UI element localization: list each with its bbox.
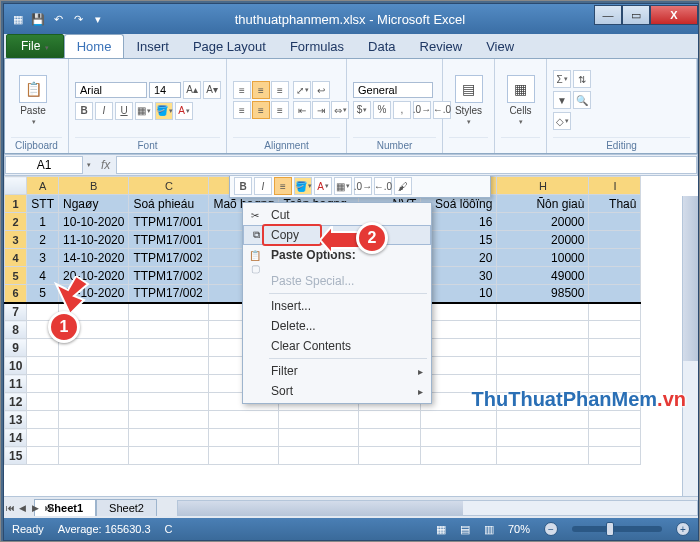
decrease-indent-icon[interactable]: ⇤ xyxy=(293,101,311,119)
column-header-A[interactable]: A xyxy=(27,177,59,195)
column-header-I[interactable]: I xyxy=(589,177,641,195)
grow-font-icon[interactable]: A▴ xyxy=(183,81,201,99)
shrink-font-icon[interactable]: A▾ xyxy=(203,81,221,99)
view-normal-icon[interactable]: ▦ xyxy=(436,523,446,536)
view-tab[interactable]: View xyxy=(474,35,526,58)
cell[interactable]: 20-10-2020 xyxy=(59,267,129,285)
row-header[interactable]: 7 xyxy=(5,303,27,321)
row-header[interactable]: 15 xyxy=(5,447,27,465)
file-tab[interactable]: File ▾ xyxy=(6,34,64,58)
cell[interactable] xyxy=(421,339,497,357)
zoom-in-button[interactable]: + xyxy=(676,522,690,536)
mini-italic-button[interactable]: I xyxy=(254,177,272,195)
cell[interactable] xyxy=(209,411,279,429)
cell[interactable] xyxy=(129,303,209,321)
cell[interactable] xyxy=(209,429,279,447)
comma-icon[interactable]: , xyxy=(393,101,411,119)
row-header[interactable]: 9 xyxy=(5,339,27,357)
cell[interactable]: 16 xyxy=(421,213,497,231)
cell[interactable] xyxy=(59,411,129,429)
close-button[interactable]: X xyxy=(650,5,698,25)
cell[interactable] xyxy=(59,303,129,321)
fill-color-button[interactable]: 🪣▾ xyxy=(155,102,173,120)
cell[interactable] xyxy=(497,321,589,339)
mini-format-painter-icon[interactable]: 🖌 xyxy=(394,177,412,195)
cell[interactable]: 15 xyxy=(421,231,497,249)
cell[interactable]: STT xyxy=(27,195,59,213)
qat-dropdown-icon[interactable]: ▾ xyxy=(90,11,106,27)
align-middle-icon[interactable]: ≡ xyxy=(252,81,270,99)
row-header[interactable]: 10 xyxy=(5,357,27,375)
cell[interactable]: Ñôn giaù xyxy=(497,195,589,213)
cell[interactable]: 5 xyxy=(27,285,59,303)
cell[interactable] xyxy=(421,357,497,375)
cell[interactable] xyxy=(359,429,421,447)
cell[interactable]: 1 xyxy=(27,213,59,231)
cell[interactable] xyxy=(497,393,589,411)
cell[interactable]: 10000 xyxy=(497,249,589,267)
underline-button[interactable]: U xyxy=(115,102,133,120)
cell[interactable]: TTPM17/001 xyxy=(129,213,209,231)
table-row[interactable]: 14 xyxy=(5,429,641,447)
cell[interactable] xyxy=(589,267,641,285)
italic-button[interactable]: I xyxy=(95,102,113,120)
cell[interactable] xyxy=(27,375,59,393)
increase-decimal-icon[interactable]: .0→ xyxy=(413,101,431,119)
column-header-H[interactable]: H xyxy=(497,177,589,195)
cell[interactable] xyxy=(279,447,359,465)
orientation-icon[interactable]: ⤢▾ xyxy=(293,81,311,99)
mini-inc-decimal-icon[interactable]: .0→ xyxy=(354,177,372,195)
sheet-tab-sheet2[interactable]: Sheet2 xyxy=(96,499,157,516)
cell[interactable] xyxy=(279,429,359,447)
mini-bold-button[interactable]: B xyxy=(234,177,252,195)
font-color-button[interactable]: A▾ xyxy=(175,102,193,120)
row-header[interactable]: 13 xyxy=(5,411,27,429)
cell[interactable] xyxy=(497,429,589,447)
cell[interactable] xyxy=(421,411,497,429)
cell[interactable] xyxy=(59,393,129,411)
zoom-slider-thumb[interactable] xyxy=(606,522,614,536)
align-left-icon[interactable]: ≡ xyxy=(233,101,251,119)
row-header[interactable]: 1 xyxy=(5,195,27,213)
mini-fill-color-icon[interactable]: 🪣▾ xyxy=(294,177,312,195)
cell[interactable]: Soá phieáu xyxy=(129,195,209,213)
cell[interactable] xyxy=(27,411,59,429)
cell[interactable] xyxy=(59,429,129,447)
cell[interactable] xyxy=(129,429,209,447)
cell[interactable] xyxy=(129,357,209,375)
cell[interactable] xyxy=(497,411,589,429)
horizontal-scrollbar[interactable] xyxy=(177,500,698,516)
font-name-select[interactable]: Arial xyxy=(75,82,147,98)
cell[interactable] xyxy=(129,339,209,357)
cell[interactable] xyxy=(589,213,641,231)
cell[interactable] xyxy=(497,303,589,321)
cell[interactable]: TTPM17/002 xyxy=(129,249,209,267)
row-header[interactable]: 5 xyxy=(5,267,27,285)
cell[interactable] xyxy=(421,447,497,465)
styles-button[interactable]: ▤Styles▾ xyxy=(449,68,488,132)
cell[interactable] xyxy=(27,303,59,321)
cell[interactable] xyxy=(421,303,497,321)
name-box-dropdown-icon[interactable]: ▾ xyxy=(83,161,95,169)
cell[interactable] xyxy=(129,447,209,465)
cell[interactable] xyxy=(497,339,589,357)
cell[interactable]: Ngaøy xyxy=(59,195,129,213)
border-button[interactable]: ▦▾ xyxy=(135,102,153,120)
mini-font-color-icon[interactable]: A▾ xyxy=(314,177,332,195)
cell[interactable]: 20 xyxy=(421,249,497,267)
cell[interactable] xyxy=(359,411,421,429)
context-cut[interactable]: ✂Cut xyxy=(243,205,431,225)
cell[interactable]: 21-10-2020 xyxy=(59,285,129,303)
cell[interactable] xyxy=(589,357,641,375)
cell[interactable] xyxy=(27,321,59,339)
cell[interactable] xyxy=(27,393,59,411)
minimize-button[interactable]: — xyxy=(594,5,622,25)
fx-icon[interactable]: fx xyxy=(95,158,116,172)
cell[interactable]: 20000 xyxy=(497,231,589,249)
row-header[interactable]: 8 xyxy=(5,321,27,339)
cell[interactable]: 10 xyxy=(421,285,497,303)
cell[interactable] xyxy=(589,339,641,357)
wrap-text-icon[interactable]: ↩ xyxy=(312,81,330,99)
context-copy[interactable]: ⧉Copy xyxy=(243,225,431,245)
cell[interactable]: TTPM17/001 xyxy=(129,231,209,249)
